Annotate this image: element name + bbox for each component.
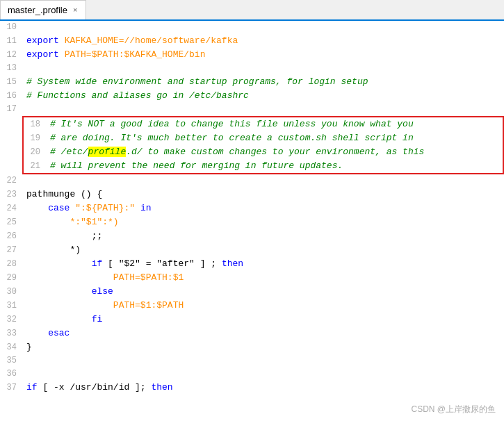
line-13: 13 — [0, 62, 504, 75]
line-33: 33 esac — [0, 327, 504, 340]
line-35: 35 — [0, 354, 504, 368]
line-24: 24 case ":${PATH}:" in — [0, 201, 504, 215]
line-30: 30 else — [0, 285, 504, 299]
line-32: 32 fi — [0, 313, 504, 327]
line-37: 37 if [ -x /usr/bin/id ]; then — [0, 381, 504, 395]
highlighted-block: 18 # It's NOT a good idea to change this… — [22, 116, 504, 174]
line-20: 20 # /etc/profile.d/ to make custom chan… — [24, 145, 503, 159]
line-28: 28 if [ "$2" = "after" ] ; then — [0, 257, 504, 271]
tab-bar: master_.profile × — [0, 0, 504, 21]
line-23: 23 pathmunge () { — [0, 188, 504, 201]
line-12: 12 export PATH=$PATH:$KAFKA_HOME/bin — [0, 48, 504, 62]
tab-master-profile[interactable]: master_.profile × — [0, 0, 86, 19]
watermark: CSDN @上岸撒尿的鱼 — [411, 404, 496, 415]
line-21: 21 # will prevent the need for merging i… — [24, 159, 503, 173]
line-31: 31 PATH=$1:$PATH — [0, 299, 504, 313]
line-15: 15 # System wide environment and startup… — [0, 75, 504, 89]
line-10: 10 — [0, 21, 504, 34]
tab-close-icon[interactable]: × — [73, 6, 77, 14]
code-area: 10 11 export KAFKA_HOME=//home/software/… — [0, 21, 504, 421]
line-16: 16 # Functions and aliases go in /etc/ba… — [0, 89, 504, 103]
line-22: 22 — [0, 174, 504, 188]
line-36: 36 — [0, 368, 504, 381]
line-27: 27 *) — [0, 243, 504, 257]
line-34: 34 } — [0, 340, 504, 354]
line-11: 11 export KAFKA_HOME=//home/software/kaf… — [0, 34, 504, 48]
line-26: 26 ;; — [0, 229, 504, 243]
line-25: 25 *:"$1":*) — [0, 215, 504, 229]
line-18: 18 # It's NOT a good idea to change this… — [24, 117, 503, 131]
line-17: 17 — [0, 103, 504, 116]
tab-label: master_.profile — [8, 5, 67, 15]
line-19: 19 # are doing. It's much better to crea… — [24, 131, 503, 145]
line-29: 29 PATH=$PATH:$1 — [0, 271, 504, 285]
